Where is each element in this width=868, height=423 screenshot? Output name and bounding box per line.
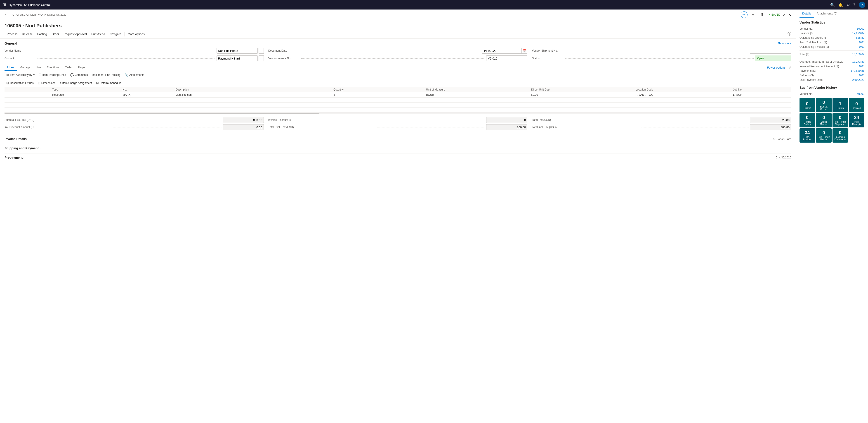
- stat-amt-rcd-value[interactable]: 0.00: [859, 41, 864, 44]
- table-row[interactable]: → Resource MARK Mark Hanson 8 — HOUR: [4, 92, 791, 97]
- doc-line-tracking-label: Document LineTracking: [92, 73, 121, 77]
- bell-icon[interactable]: 🔔: [838, 3, 843, 7]
- cmd-request-approval[interactable]: Request Approval: [61, 31, 89, 37]
- item-availability-btn[interactable]: ⊞ Item Availability by ▾: [4, 72, 36, 78]
- attachments-btn[interactable]: 📎 Attachments: [123, 72, 146, 78]
- total-incl-input[interactable]: [750, 124, 791, 130]
- tile-blanket-orders[interactable]: 0 Blanket Orders: [816, 98, 832, 112]
- info-icon-button[interactable]: ⓘ: [787, 32, 791, 36]
- stat-last-payment-value[interactable]: 2/10/2020: [852, 78, 864, 82]
- reservation-btn[interactable]: ⊡ Reservation Entries: [4, 80, 35, 86]
- tab-lines[interactable]: Lines: [4, 64, 17, 71]
- settings-icon[interactable]: ⚙: [846, 3, 850, 7]
- tile-pstd-return[interactable]: 0 Pstd. Return Shipments: [833, 113, 848, 128]
- dimensions-btn[interactable]: ⊞ Dimensions: [36, 80, 57, 86]
- fewer-options-btn[interactable]: Fewer options: [764, 64, 788, 71]
- prepayment-section[interactable]: Prepayment › 0 4/30/2020: [4, 153, 791, 162]
- tile-pstd-credit[interactable]: 0 Pstd. Credit Memos: [816, 128, 832, 143]
- vendor-history: Buy-from Vendor History Vendor No. 50000…: [800, 86, 864, 143]
- cmd-order[interactable]: Order: [49, 31, 61, 37]
- tab-line[interactable]: Line: [33, 64, 44, 71]
- stat-outstanding-orders-value[interactable]: 885.80: [856, 36, 864, 39]
- right-tab-details[interactable]: Details: [800, 9, 814, 18]
- lines-expand-button[interactable]: ⤢: [788, 64, 791, 70]
- col-empty4: [315, 87, 332, 92]
- vendor-history-vendor-no-value[interactable]: 50000: [857, 92, 864, 95]
- stat-payments-value[interactable]: 172,839.81: [851, 69, 864, 73]
- collapse-button[interactable]: ⤡: [788, 13, 791, 17]
- cmd-posting[interactable]: Posting: [35, 31, 49, 37]
- contact-input[interactable]: [217, 55, 258, 61]
- vendor-invoice-input[interactable]: [486, 55, 527, 61]
- calendar-icon[interactable]: 📅: [522, 48, 527, 54]
- tile-pstd-receipts-count: 34: [850, 115, 863, 120]
- tile-pstd-invoices[interactable]: 34 Pstd. Invoices: [800, 128, 815, 143]
- stat-balance-value[interactable]: 17,273.87: [852, 32, 864, 35]
- stat-outstanding-invoices-value[interactable]: 0.00: [859, 45, 864, 49]
- stat-total-value[interactable]: 18,159.67: [852, 53, 864, 56]
- deferral-btn[interactable]: ⊠ Deferral Schedule: [94, 80, 123, 86]
- shipping-payment-section[interactable]: Shipping and Payment ›: [4, 144, 791, 152]
- row-location[interactable]: ATLANTA, GA: [634, 92, 731, 97]
- tab-manage[interactable]: Manage: [17, 64, 33, 71]
- item-charge-btn[interactable]: ≡ Item Charge Assignment: [58, 80, 94, 86]
- item-tracking-btn[interactable]: ☰ Item Tracking Lines: [37, 72, 68, 78]
- row-no[interactable]: MARK: [121, 92, 174, 97]
- tile-pstd-receipts[interactable]: 34 Pstd. Receipts: [849, 113, 864, 128]
- tile-pstd-return-label: Pstd. Return Shipments: [834, 121, 847, 125]
- help-icon[interactable]: ?: [853, 3, 855, 7]
- cmd-more-options[interactable]: More options: [125, 31, 147, 37]
- show-more-link[interactable]: Show more: [777, 42, 791, 45]
- tile-invoices[interactable]: 0 Invoices: [849, 98, 864, 112]
- inv-discount-input[interactable]: [223, 124, 264, 130]
- tile-quotes[interactable]: 0 Quotes: [800, 98, 815, 112]
- invoice-discount-input[interactable]: [486, 117, 527, 123]
- stat-prepayment-value[interactable]: 0.00: [859, 65, 864, 68]
- vendor-name-input[interactable]: [217, 48, 258, 54]
- tile-return-orders[interactable]: 0 Return Orders: [800, 113, 815, 128]
- tile-incoming-docs[interactable]: 0 Incoming Documents: [833, 128, 848, 143]
- vendor-shipment-input[interactable]: [750, 48, 791, 54]
- add-button[interactable]: +: [750, 11, 756, 18]
- stat-vendor-no-value[interactable]: 50000: [857, 27, 864, 30]
- vendor-name-btn[interactable]: ···: [258, 48, 264, 54]
- edit-button[interactable]: ✏: [741, 11, 747, 18]
- dimensions-icon: ⊞: [38, 81, 40, 85]
- comments-btn[interactable]: 💬 Comments: [68, 72, 90, 78]
- subtotal-input[interactable]: [223, 117, 264, 123]
- tile-orders[interactable]: 1 Orders: [833, 98, 848, 112]
- contact-btn[interactable]: ···: [258, 55, 264, 61]
- stat-amt-rcd-label: Amt. Rcd. Not Invd. ($): [800, 41, 827, 44]
- cmd-release[interactable]: Release: [20, 31, 35, 37]
- item-availability-label: Item Availability by: [10, 73, 32, 77]
- stat-refunds-value[interactable]: 0.00: [859, 74, 864, 77]
- stat-overdue-value[interactable]: 17,273.87: [852, 60, 864, 63]
- document-date-input[interactable]: [482, 48, 527, 54]
- cmd-print-send[interactable]: Print/Send: [89, 31, 107, 37]
- expand-button[interactable]: ⤢: [783, 13, 786, 17]
- row-unit-cost[interactable]: 69.00: [529, 92, 634, 97]
- tab-functions[interactable]: Functions: [44, 64, 62, 71]
- doc-line-tracking-btn[interactable]: Document LineTracking: [90, 73, 122, 77]
- cmd-navigate[interactable]: Navigate: [107, 31, 123, 37]
- delete-button[interactable]: 🗑: [759, 11, 766, 18]
- user-avatar[interactable]: IK: [859, 2, 865, 8]
- tab-order[interactable]: Order: [62, 64, 75, 71]
- back-button[interactable]: ←: [4, 13, 8, 17]
- row-description[interactable]: Mark Hanson: [174, 92, 265, 97]
- app-grid-icon[interactable]: ⊞: [3, 2, 6, 7]
- row-quantity[interactable]: 8: [332, 92, 395, 97]
- row-uom[interactable]: HOUR: [424, 92, 529, 97]
- total-tax-input[interactable]: [750, 117, 791, 123]
- invoice-details-section[interactable]: Invoice Details › 4/12/2020 CM: [4, 135, 791, 143]
- row-type[interactable]: Resource: [51, 92, 121, 97]
- right-tab-attachments[interactable]: Attachments (0): [814, 9, 840, 18]
- table-scroll-thumb[interactable]: [4, 113, 319, 114]
- cmd-process[interactable]: Process: [4, 31, 20, 37]
- prepayment-meta: 0 4/30/2020: [776, 156, 791, 159]
- search-icon[interactable]: 🔍: [830, 3, 835, 7]
- row-job[interactable]: LABOR: [731, 92, 791, 97]
- tab-page[interactable]: Page: [75, 64, 87, 71]
- total-excl-input[interactable]: [486, 124, 527, 130]
- tile-credit-memos[interactable]: 0 Credit Memos: [816, 113, 832, 128]
